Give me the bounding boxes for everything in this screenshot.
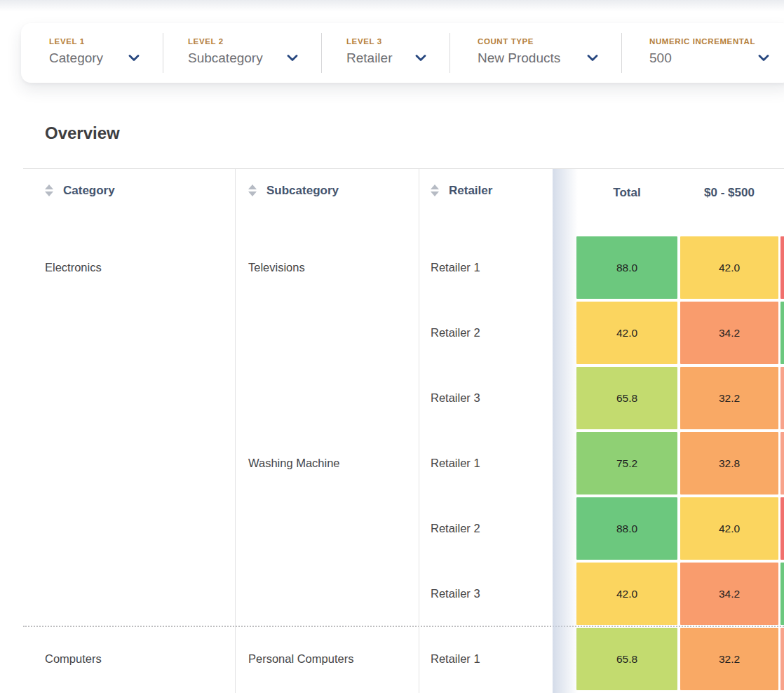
column-header-label: Retailer [449, 184, 492, 198]
subcategory-cell [235, 497, 419, 560]
column-header-total: Total [576, 186, 677, 236]
overview-table: Category Subcategory Retailer Total $0 -… [23, 168, 784, 693]
column-divider [419, 169, 419, 693]
table-row: Retailer 242.034.2 [23, 302, 784, 364]
retailer-cell: Retailer 1 [419, 628, 553, 690]
retailer-cell: Retailer 2 [419, 497, 553, 560]
filter-level-2[interactable]: LEVEL 2 Subcategory [163, 23, 321, 83]
sort-icon[interactable] [431, 184, 439, 196]
next-band-sliver [780, 628, 784, 690]
heatmap-cells: 65.832.2 [553, 628, 784, 690]
heatmap-cells: 65.832.2 [553, 367, 784, 429]
heatmap-cells: 42.034.2 [553, 302, 784, 364]
next-band-sliver [780, 367, 784, 429]
group-separator [23, 626, 784, 627]
table-body: ElectronicsTelevisionsRetailer 188.042.0… [23, 236, 784, 693]
chevron-down-icon [758, 55, 769, 62]
filter-value: Category [49, 51, 103, 66]
subcategory-cell: Washing Machine [235, 432, 419, 494]
category-cell [23, 432, 235, 494]
total-cell: 88.0 [576, 497, 677, 560]
filter-toolbar: LEVEL 1 Category LEVEL 2 Subcategory LEV… [21, 23, 784, 83]
category-cell [23, 302, 235, 364]
total-cell: 88.0 [576, 236, 677, 299]
filter-count-type[interactable]: COUNT TYPE New Products [450, 23, 621, 83]
next-band-sliver [780, 497, 784, 560]
filter-value: 500 [649, 51, 672, 66]
heatmap-cells: 88.042.0 [553, 236, 784, 299]
retailer-cell: Retailer 3 [419, 563, 553, 625]
next-band-sliver [780, 563, 784, 625]
filter-level-3[interactable]: LEVEL 3 Retailer [321, 23, 450, 83]
table-header: Category Subcategory Retailer Total $0 -… [23, 169, 784, 236]
total-cell: 65.8 [576, 628, 677, 690]
column-divider [235, 169, 236, 693]
filter-level-1[interactable]: LEVEL 1 Category [21, 23, 163, 83]
total-cell: 42.0 [576, 563, 677, 625]
subcategory-cell [235, 563, 419, 625]
filter-label: COUNT TYPE [478, 37, 621, 46]
column-header-category: Category [23, 169, 235, 236]
subcategory-cell: Televisions [235, 236, 419, 299]
chevron-down-icon [587, 55, 598, 62]
price-band-cell: 32.2 [680, 628, 778, 690]
chevron-down-icon [415, 55, 426, 62]
column-header-label: Category [63, 184, 115, 198]
price-band-cell: 42.0 [680, 497, 778, 560]
price-band-cell: 32.8 [680, 432, 778, 494]
price-band-cell: 42.0 [680, 236, 778, 299]
filter-label: LEVEL 2 [188, 37, 321, 46]
filter-value: Subcategory [188, 51, 263, 66]
next-band-sliver [780, 432, 784, 494]
column-header-values: Total $0 - $500 [553, 169, 784, 236]
table-row: Washing MachineRetailer 175.232.8 [23, 432, 784, 494]
column-header-label: Subcategory [266, 184, 339, 198]
table-row: Retailer 342.034.2 [23, 563, 784, 625]
category-cell [23, 367, 235, 429]
chevron-down-icon [287, 55, 298, 62]
column-header-retailer: Retailer [419, 169, 553, 236]
filter-label: LEVEL 3 [346, 37, 450, 46]
table-row: Retailer 365.832.2 [23, 367, 784, 429]
price-band-cell: 32.2 [680, 367, 778, 429]
category-cell [23, 497, 235, 560]
sort-icon[interactable] [248, 184, 257, 196]
category-cell [23, 563, 235, 625]
subcategory-cell [235, 302, 419, 364]
retailer-cell: Retailer 1 [419, 236, 553, 299]
category-cell: Computers [23, 628, 235, 690]
category-cell: Electronics [23, 236, 235, 299]
column-header-price-band: $0 - $500 [680, 186, 778, 236]
table-row: ElectronicsTelevisionsRetailer 188.042.0 [23, 236, 784, 299]
heatmap-cells: 75.232.8 [553, 432, 784, 494]
filter-label: NUMERIC INCREMENTAL [649, 37, 784, 46]
filter-value: Retailer [346, 51, 392, 66]
subcategory-cell [235, 367, 419, 429]
retailer-cell: Retailer 2 [419, 302, 553, 364]
filter-numeric-incremental[interactable]: NUMERIC INCREMENTAL 500 [621, 23, 784, 83]
filter-value: New Products [478, 51, 560, 66]
subcategory-cell: Personal Computers [235, 628, 419, 690]
retailer-cell: Retailer 1 [419, 432, 553, 494]
table-row: ComputersPersonal ComputersRetailer 165.… [23, 628, 784, 690]
heatmap-cells: 42.034.2 [553, 563, 784, 625]
total-cell: 75.2 [576, 432, 677, 494]
table-row: Retailer 288.042.0 [23, 497, 784, 560]
page-title: Overview [45, 123, 784, 144]
price-band-cell: 34.2 [680, 563, 778, 625]
top-shadow [0, 0, 784, 13]
next-band-sliver [780, 302, 784, 364]
filter-label: LEVEL 1 [49, 37, 163, 46]
next-band-sliver [780, 236, 784, 299]
retailer-cell: Retailer 3 [419, 367, 553, 429]
chevron-down-icon [128, 55, 140, 62]
column-header-subcategory: Subcategory [235, 169, 419, 236]
heatmap-cells: 88.042.0 [553, 497, 784, 560]
total-cell: 42.0 [576, 302, 677, 364]
frozen-pane-shadow [553, 169, 578, 693]
total-cell: 65.8 [576, 367, 677, 429]
price-band-cell: 34.2 [680, 302, 778, 364]
sort-icon[interactable] [45, 184, 53, 196]
